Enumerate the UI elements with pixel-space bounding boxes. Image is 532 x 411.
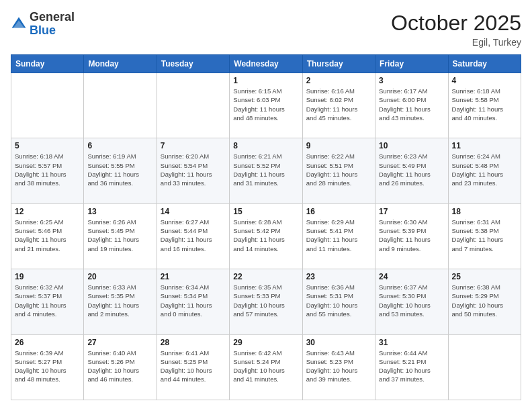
- logo-icon: [11, 16, 27, 32]
- day-number: 29: [233, 338, 298, 347]
- calendar-header-row: Sunday Monday Tuesday Wednesday Thursday…: [11, 55, 521, 73]
- table-cell: 3Sunrise: 6:17 AM Sunset: 6:00 PM Daylig…: [375, 73, 448, 138]
- table-cell: 4Sunrise: 6:18 AM Sunset: 5:58 PM Daylig…: [448, 73, 521, 138]
- table-cell: [84, 73, 157, 138]
- day-info: Sunrise: 6:37 AM Sunset: 5:30 PM Dayligh…: [379, 283, 444, 318]
- table-cell: 17Sunrise: 6:30 AM Sunset: 5:39 PM Dayli…: [375, 203, 448, 269]
- table-cell: 21Sunrise: 6:34 AM Sunset: 5:34 PM Dayli…: [157, 269, 229, 334]
- day-number: 28: [161, 338, 226, 347]
- day-info: Sunrise: 6:18 AM Sunset: 5:58 PM Dayligh…: [452, 87, 517, 122]
- table-cell: [448, 334, 521, 400]
- table-cell: 13Sunrise: 6:26 AM Sunset: 5:45 PM Dayli…: [84, 203, 157, 269]
- day-info: Sunrise: 6:39 AM Sunset: 5:27 PM Dayligh…: [15, 349, 80, 384]
- calendar-week-5: 26Sunrise: 6:39 AM Sunset: 5:27 PM Dayli…: [11, 334, 521, 400]
- table-cell: 1Sunrise: 6:15 AM Sunset: 6:03 PM Daylig…: [230, 73, 302, 138]
- day-info: Sunrise: 6:27 AM Sunset: 5:44 PM Dayligh…: [161, 218, 226, 253]
- col-thursday: Thursday: [302, 55, 375, 73]
- day-info: Sunrise: 6:25 AM Sunset: 5:46 PM Dayligh…: [15, 218, 80, 253]
- table-cell: 22Sunrise: 6:35 AM Sunset: 5:33 PM Dayli…: [230, 269, 302, 334]
- day-number: 8: [233, 141, 298, 150]
- day-number: 13: [87, 207, 152, 216]
- day-info: Sunrise: 6:36 AM Sunset: 5:31 PM Dayligh…: [306, 283, 371, 318]
- day-number: 4: [452, 76, 517, 85]
- day-number: 25: [452, 272, 517, 281]
- table-cell: 16Sunrise: 6:29 AM Sunset: 5:41 PM Dayli…: [302, 203, 375, 269]
- day-info: Sunrise: 6:33 AM Sunset: 5:35 PM Dayligh…: [87, 283, 152, 318]
- day-number: 26: [15, 338, 80, 347]
- day-info: Sunrise: 6:26 AM Sunset: 5:45 PM Dayligh…: [87, 218, 152, 253]
- day-number: 12: [15, 207, 80, 216]
- table-cell: 28Sunrise: 6:41 AM Sunset: 5:25 PM Dayli…: [157, 334, 229, 400]
- title-block: October 2025 Egil, Turkey: [391, 11, 521, 48]
- page: General Blue October 2025 Egil, Turkey S…: [0, 0, 532, 411]
- day-number: 3: [379, 76, 444, 85]
- table-cell: 18Sunrise: 6:31 AM Sunset: 5:38 PM Dayli…: [448, 203, 521, 269]
- day-number: 30: [306, 338, 371, 347]
- day-info: Sunrise: 6:15 AM Sunset: 6:03 PM Dayligh…: [233, 87, 298, 122]
- day-number: 15: [233, 207, 298, 216]
- month-title: October 2025: [391, 11, 521, 36]
- day-info: Sunrise: 6:29 AM Sunset: 5:41 PM Dayligh…: [306, 218, 371, 253]
- table-cell: 11Sunrise: 6:24 AM Sunset: 5:48 PM Dayli…: [448, 138, 521, 203]
- col-tuesday: Tuesday: [157, 55, 229, 73]
- calendar-week-3: 12Sunrise: 6:25 AM Sunset: 5:46 PM Dayli…: [11, 203, 521, 269]
- day-number: 9: [306, 141, 371, 150]
- day-info: Sunrise: 6:42 AM Sunset: 5:24 PM Dayligh…: [233, 349, 298, 384]
- table-cell: 31Sunrise: 6:44 AM Sunset: 5:21 PM Dayli…: [375, 334, 448, 400]
- day-info: Sunrise: 6:20 AM Sunset: 5:54 PM Dayligh…: [161, 152, 226, 187]
- day-number: 17: [379, 207, 444, 216]
- day-info: Sunrise: 6:35 AM Sunset: 5:33 PM Dayligh…: [233, 283, 298, 318]
- day-number: 5: [15, 141, 80, 150]
- day-number: 27: [87, 338, 152, 347]
- day-number: 16: [306, 207, 371, 216]
- table-cell: 9Sunrise: 6:22 AM Sunset: 5:51 PM Daylig…: [302, 138, 375, 203]
- table-cell: 7Sunrise: 6:20 AM Sunset: 5:54 PM Daylig…: [157, 138, 229, 203]
- table-cell: 23Sunrise: 6:36 AM Sunset: 5:31 PM Dayli…: [302, 269, 375, 334]
- col-wednesday: Wednesday: [230, 55, 302, 73]
- calendar-week-2: 5Sunrise: 6:18 AM Sunset: 5:57 PM Daylig…: [11, 138, 521, 203]
- day-number: 7: [161, 141, 226, 150]
- table-cell: 5Sunrise: 6:18 AM Sunset: 5:57 PM Daylig…: [11, 138, 84, 203]
- day-info: Sunrise: 6:41 AM Sunset: 5:25 PM Dayligh…: [161, 349, 226, 384]
- logo-blue-text: Blue: [30, 24, 56, 37]
- day-info: Sunrise: 6:30 AM Sunset: 5:39 PM Dayligh…: [379, 218, 444, 253]
- day-number: 6: [87, 141, 152, 150]
- day-number: 19: [15, 272, 80, 281]
- day-info: Sunrise: 6:22 AM Sunset: 5:51 PM Dayligh…: [306, 152, 371, 187]
- day-info: Sunrise: 6:44 AM Sunset: 5:21 PM Dayligh…: [379, 349, 444, 384]
- day-info: Sunrise: 6:19 AM Sunset: 5:55 PM Dayligh…: [87, 152, 152, 187]
- table-cell: [157, 73, 229, 138]
- table-cell: 19Sunrise: 6:32 AM Sunset: 5:37 PM Dayli…: [11, 269, 84, 334]
- table-cell: 14Sunrise: 6:27 AM Sunset: 5:44 PM Dayli…: [157, 203, 229, 269]
- table-cell: [11, 73, 84, 138]
- day-info: Sunrise: 6:38 AM Sunset: 5:29 PM Dayligh…: [452, 283, 517, 318]
- day-number: 14: [161, 207, 226, 216]
- table-cell: 26Sunrise: 6:39 AM Sunset: 5:27 PM Dayli…: [11, 334, 84, 400]
- day-info: Sunrise: 6:43 AM Sunset: 5:23 PM Dayligh…: [306, 349, 371, 384]
- table-cell: 30Sunrise: 6:43 AM Sunset: 5:23 PM Dayli…: [302, 334, 375, 400]
- location: Egil, Turkey: [391, 37, 521, 48]
- day-number: 2: [306, 76, 371, 85]
- table-cell: 2Sunrise: 6:16 AM Sunset: 6:02 PM Daylig…: [302, 73, 375, 138]
- table-cell: 6Sunrise: 6:19 AM Sunset: 5:55 PM Daylig…: [84, 138, 157, 203]
- logo: General Blue: [11, 11, 75, 38]
- day-info: Sunrise: 6:28 AM Sunset: 5:42 PM Dayligh…: [233, 218, 298, 253]
- col-saturday: Saturday: [448, 55, 521, 73]
- day-info: Sunrise: 6:24 AM Sunset: 5:48 PM Dayligh…: [452, 152, 517, 187]
- col-friday: Friday: [375, 55, 448, 73]
- calendar-table: Sunday Monday Tuesday Wednesday Thursday…: [11, 54, 521, 400]
- header: General Blue October 2025 Egil, Turkey: [11, 11, 521, 48]
- table-cell: 15Sunrise: 6:28 AM Sunset: 5:42 PM Dayli…: [230, 203, 302, 269]
- table-cell: 10Sunrise: 6:23 AM Sunset: 5:49 PM Dayli…: [375, 138, 448, 203]
- day-number: 1: [233, 76, 298, 85]
- table-cell: 25Sunrise: 6:38 AM Sunset: 5:29 PM Dayli…: [448, 269, 521, 334]
- day-number: 22: [233, 272, 298, 281]
- day-number: 24: [379, 272, 444, 281]
- day-number: 10: [379, 141, 444, 150]
- day-info: Sunrise: 6:31 AM Sunset: 5:38 PM Dayligh…: [452, 218, 517, 253]
- day-number: 18: [452, 207, 517, 216]
- day-info: Sunrise: 6:16 AM Sunset: 6:02 PM Dayligh…: [306, 87, 371, 122]
- day-info: Sunrise: 6:32 AM Sunset: 5:37 PM Dayligh…: [15, 283, 80, 318]
- logo-general-text: General: [30, 10, 75, 24]
- col-sunday: Sunday: [11, 55, 84, 73]
